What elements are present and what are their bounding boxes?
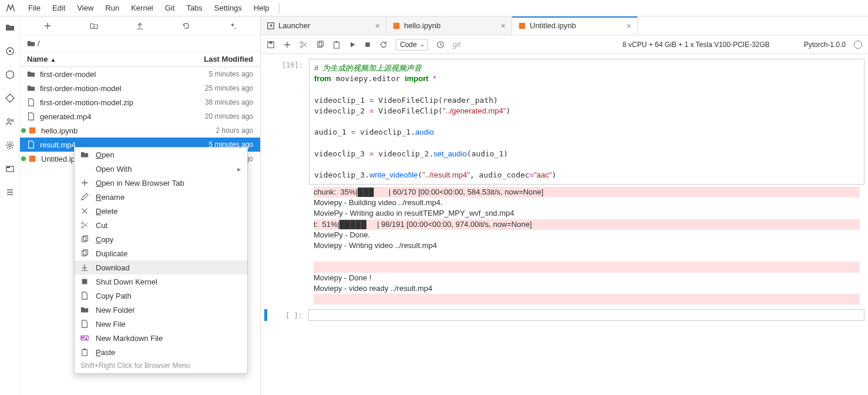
breadcrumb[interactable]: /: [20, 35, 260, 52]
menu-edit[interactable]: Edit: [46, 1, 71, 15]
kernel-status-icon[interactable]: [854, 41, 862, 49]
ctx-download[interactable]: Download: [75, 260, 247, 275]
file-list-header[interactable]: Name▲ Last Modified: [20, 52, 260, 67]
git-sparkle-icon[interactable]: [228, 22, 237, 30]
ctx-open-with[interactable]: Open With▸: [75, 162, 247, 176]
ctx-new-file[interactable]: New File: [75, 317, 247, 331]
refresh-icon[interactable]: [182, 22, 190, 30]
git-label[interactable]: git: [453, 40, 461, 49]
code-cell[interactable]: [10]: # 为生成的视频加上源视频声音 from moviepy.edito…: [264, 59, 864, 307]
empty-code-editor[interactable]: [308, 309, 864, 321]
folder-icon[interactable]: [5, 22, 15, 33]
ctx-label: Cut: [96, 221, 107, 230]
ctx-paste[interactable]: Paste: [75, 345, 247, 359]
paste-icon[interactable]: [332, 41, 341, 49]
output-line: Moviepy - Building video ../result.mp4.: [314, 198, 860, 208]
file-modified: 20 minutes ago: [205, 112, 253, 120]
file-name: first-order-motion-model: [40, 84, 205, 93]
ctx-label: Copy: [96, 235, 113, 244]
notebook-body: [10]: # 为生成的视频加上源视频声音 from moviepy.edito…: [261, 54, 868, 395]
notebook-icon: [28, 155, 38, 163]
output-line: Moviepy - Done !: [314, 273, 860, 283]
menu-run[interactable]: Run: [99, 1, 125, 15]
list-icon[interactable]: [5, 187, 15, 198]
file-name: first-order-model: [40, 70, 209, 79]
tabs-icon[interactable]: [5, 163, 15, 174]
ctx-open[interactable]: Open: [75, 148, 247, 162]
menu-file[interactable]: File: [22, 1, 46, 15]
empty-cell-prompt: [ ]:: [270, 309, 308, 321]
header-name[interactable]: Name▲: [27, 55, 204, 63]
ctx-duplicate[interactable]: Duplicate: [75, 246, 247, 260]
close-icon[interactable]: ×: [375, 21, 380, 31]
file-row[interactable]: generated.mp420 minutes ago: [20, 109, 260, 123]
cell-output: chunk: 35%|███ | 60/170 [00:00<00:00, 58…: [309, 185, 864, 307]
ctx-open-in-new-browser-tab[interactable]: Open in New Browser Tab: [75, 176, 247, 190]
cell-prompt: [10]:: [264, 59, 309, 307]
cut-icon[interactable]: [300, 41, 308, 49]
upload-icon[interactable]: [136, 22, 144, 30]
menu-view[interactable]: View: [71, 1, 99, 15]
file-name: hello.ipynb: [41, 126, 216, 135]
kernel-name[interactable]: Pytorch-1.0.0: [804, 41, 846, 49]
ctx-label: Open in New Browser Tab: [96, 179, 184, 188]
save-icon[interactable]: [267, 41, 275, 49]
running-dot-icon: [21, 156, 26, 161]
file-row[interactable]: hello.ipynb2 hours ago: [20, 123, 260, 138]
ctx-copy-path[interactable]: Copy Path: [75, 289, 247, 303]
header-modified[interactable]: Last Modified: [204, 55, 253, 63]
copy-icon[interactable]: [316, 41, 324, 49]
menu-divider: [279, 3, 280, 14]
ctx-new-folder[interactable]: New Folder: [75, 303, 247, 317]
empty-cell[interactable]: [ ]:: [264, 309, 864, 321]
menu-git[interactable]: Git: [159, 1, 181, 15]
ctx-copy[interactable]: Copy: [75, 232, 247, 246]
notebook-icon: [392, 22, 401, 30]
ctx-new-markdown-file[interactable]: New Markdown File: [75, 331, 247, 345]
close-icon[interactable]: ×: [627, 21, 631, 31]
restart-icon[interactable]: [379, 41, 388, 49]
new-folder-icon[interactable]: [90, 22, 98, 30]
menu-settings[interactable]: Settings: [208, 1, 248, 15]
ctx-rename[interactable]: Rename: [75, 190, 247, 204]
tab-hello-ipynb[interactable]: hello.ipynb×: [386, 16, 512, 35]
ctx-label: Delete: [96, 207, 118, 216]
output-line: t: 51%|█████ | 98/191 [00:00<00:00, 974.…: [314, 219, 860, 230]
download-icon: [80, 263, 90, 272]
ctx-label: Rename: [96, 193, 125, 202]
file-row[interactable]: first-order-model5 minutes ago: [20, 67, 260, 81]
people-icon[interactable]: [5, 116, 15, 127]
celltype-select[interactable]: Code: [396, 39, 428, 51]
code-editor[interactable]: # 为生成的视频加上源视频声音 from moviepy.editor impo…: [309, 59, 864, 185]
insert-cell-icon[interactable]: [283, 41, 291, 49]
gear-icon[interactable]: [5, 140, 15, 150]
ctx-label: New File: [96, 320, 126, 329]
close-icon[interactable]: ×: [501, 21, 506, 31]
run-icon[interactable]: [349, 41, 356, 48]
tab-untitled-ipynb[interactable]: Untitled.ipynb×: [512, 16, 638, 35]
ctx-hint: Shift+Right Click for Browser Menu: [75, 359, 247, 373]
stop-icon[interactable]: [364, 41, 371, 48]
file-row[interactable]: first-order-motion-model25 minutes ago: [20, 81, 260, 95]
file-icon: [80, 292, 90, 300]
file-icon: [27, 140, 36, 149]
copy-icon: [80, 235, 90, 243]
tab-launcher[interactable]: Launcher×: [261, 16, 386, 35]
file-row[interactable]: first-order-motion-model.zip38 minutes a…: [20, 95, 260, 109]
context-menu: OpenOpen With▸Open in New Browser TabRen…: [74, 147, 248, 374]
cell-active-indicator: [264, 309, 267, 321]
menu-kernel[interactable]: Kernel: [125, 1, 159, 15]
ctx-delete[interactable]: Delete: [75, 204, 247, 218]
target-icon[interactable]: [5, 46, 15, 56]
output-line: chunk: 35%|███ | 60/170 [00:00<00:00, 58…: [314, 187, 860, 198]
file-modified: 38 minutes ago: [205, 98, 253, 106]
menu-help[interactable]: Help: [248, 1, 275, 15]
ctx-cut[interactable]: Cut: [75, 218, 247, 232]
clock-icon[interactable]: [436, 41, 445, 49]
ctx-shut-down-kernel[interactable]: Shut Down Kernel: [75, 275, 247, 289]
menu-tabs[interactable]: Tabs: [180, 1, 208, 15]
hexagon-icon[interactable]: [5, 69, 15, 80]
new-launcher-icon[interactable]: [43, 22, 52, 30]
editor-area: Launcher×hello.ipynb×Untitled.ipynb× Cod…: [261, 16, 868, 395]
git-icon[interactable]: [5, 93, 15, 103]
